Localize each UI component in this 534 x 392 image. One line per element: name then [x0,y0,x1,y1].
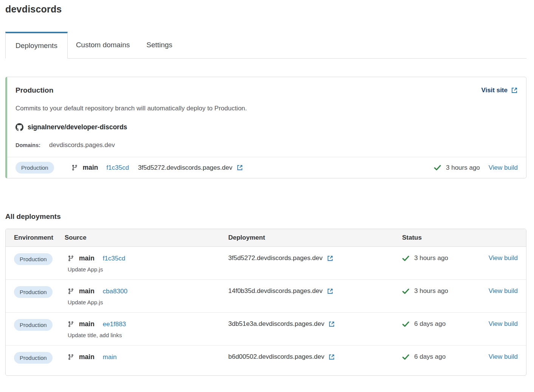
status-time: 3 hours ago [446,164,480,172]
column-header-source: Source [65,234,228,242]
page-title: devdiscords [5,4,526,15]
status-time: 3 hours ago [414,254,448,262]
production-card-body: Production Visit site Commits to your de… [7,77,526,157]
environment-badge: Production [14,352,53,364]
git-branch-icon [68,288,74,294]
commit-link[interactable]: f1c35cd [107,164,129,172]
tab-custom-domains-label: Custom domains [76,41,130,49]
git-branch-icon [68,354,74,360]
deployment-url-open-link[interactable] [324,354,335,360]
production-card-title: Production [15,86,53,95]
branch-name: main [83,164,98,172]
external-link-icon [327,288,333,294]
success-check-icon [402,288,409,295]
commit-link[interactable]: main [103,353,117,361]
branch-name: main [79,287,94,295]
column-header-environment: Environment [14,234,65,242]
git-branch-icon [68,255,74,262]
table-row: Production main cba8300 Update App.js 14… [6,279,526,312]
page: devdiscords Deployments Custom domains S… [0,0,534,376]
environment-badge: Production [14,286,53,298]
deployment-url: 14f0b35d.devdiscords.pages.dev [228,287,323,295]
environment-badge: Production [15,162,54,174]
view-build-link[interactable]: View build [489,287,518,295]
column-header-status: Status [402,234,482,242]
all-deployments-title: All deployments [5,212,526,221]
tab-custom-domains[interactable]: Custom domains [68,32,138,58]
repo-row: signalnerve/developer-discords [15,123,518,131]
git-branch-icon [68,321,74,327]
tab-settings-label: Settings [146,41,172,49]
tab-deployments-label: Deployments [15,42,57,50]
environment-badge: Production [14,253,53,265]
domains-label: Domains: [15,142,40,148]
deployment-url-open-link[interactable] [232,164,243,171]
external-link-icon [327,255,333,262]
table-row: Production main f1c35cd Update App.js 3f… [6,247,526,279]
status-time: 3 hours ago [414,287,448,295]
external-link-icon [328,354,335,360]
status-time: 6 days ago [414,320,446,328]
commit-message: Update title, add links [68,332,228,338]
deployment-url-open-link[interactable] [324,321,335,327]
tab-deployments[interactable]: Deployments [5,32,68,59]
github-icon [15,123,23,131]
deployment-url-open-link[interactable] [323,288,333,294]
deployment-url: 3db51e3a.devdiscords.pages.dev [228,320,324,328]
tab-bar: Deployments Custom domains Settings [5,32,526,59]
commit-link[interactable]: f1c35cd [103,255,125,262]
commit-link[interactable]: ee1f883 [103,321,126,328]
commit-link[interactable]: cba8300 [103,288,127,295]
production-card: Production Visit site Commits to your de… [5,77,526,178]
domains-row: Domains: devdiscords.pages.dev [15,141,518,149]
visit-site-link[interactable]: Visit site [481,87,518,94]
visit-site-label: Visit site [481,87,508,94]
table-row: Production main main b6d00502.devdiscord… [6,345,526,375]
view-build-link[interactable]: View build [489,320,518,328]
commit-message: Update App.js [68,299,228,305]
view-build-link[interactable]: View build [489,254,518,262]
deployment-url-open-link[interactable] [323,255,333,262]
column-header-deployment: Deployment [228,234,402,242]
table-row: Production main ee1f883 Update title, ad… [6,312,526,345]
tab-settings[interactable]: Settings [138,32,181,58]
external-link-icon [328,321,335,327]
deployment-url: 3f5d5272.devdiscords.pages.dev [228,254,323,262]
deployments-table: Environment Source Deployment Status Pro… [5,229,526,376]
status-time: 6 days ago [414,353,446,361]
git-branch-icon [71,164,78,171]
external-link-icon [237,164,243,171]
success-check-icon [402,353,409,361]
branch-name: main [79,320,94,328]
branch-name: main [79,353,94,361]
success-check-icon [402,321,409,328]
table-header-row: Environment Source Deployment Status [6,229,526,247]
production-deployment-row: Production main f1c35cd 3f5d5272.devdisc… [7,157,526,178]
success-check-icon [402,255,409,262]
deployment-url: b6d00502.devdiscords.pages.dev [228,353,324,361]
repo-name: signalnerve/developer-discords [28,123,127,131]
production-description: Commits to your default repository branc… [15,105,518,112]
external-link-icon [511,87,518,94]
view-build-link[interactable]: View build [489,353,518,361]
view-build-link[interactable]: View build [489,164,518,172]
branch-name: main [79,254,94,262]
deployment-url: 3f5d5272.devdiscords.pages.dev [138,164,232,172]
commit-message: Update App.js [68,266,228,273]
success-check-icon [434,164,441,171]
domain-value: devdiscords.pages.dev [49,141,115,149]
environment-badge: Production [14,319,53,331]
